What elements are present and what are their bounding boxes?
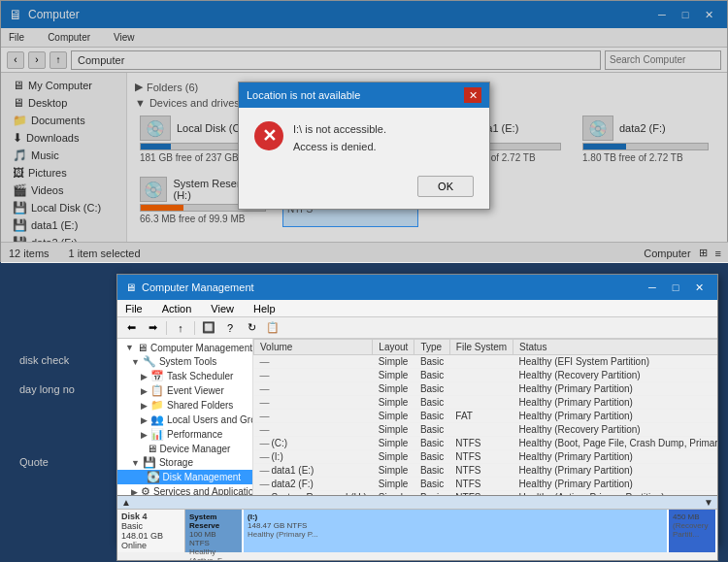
cell-status: Healthy (Primary Partition) xyxy=(513,382,717,396)
disk-view-header: ▲ ▼ xyxy=(117,496,717,510)
disk-scroll-up[interactable]: ▲ xyxy=(121,497,131,508)
partition-main[interactable]: (I:) 148.47 GB NTFS Healthy (Primary P..… xyxy=(244,510,669,552)
cell-layout: Simple xyxy=(373,382,414,396)
partition-sysres-name: System Reserve xyxy=(189,512,238,530)
col-fs[interactable]: File System xyxy=(449,340,513,355)
mgmt-minimize-btn[interactable]: ─ xyxy=(642,279,663,296)
partition-main-status: Healthy (Primary P... xyxy=(248,530,663,539)
table-row[interactable]: — Simple Basic Healthy (EFI System Parti… xyxy=(254,355,718,369)
table-row[interactable]: —data2 (F:) Simple Basic NTFS Healthy (P… xyxy=(254,478,718,491)
mgmt-close-btn[interactable]: ✕ xyxy=(688,279,710,296)
disk-scroll-down[interactable]: ▼ xyxy=(704,497,713,508)
mgmt-window-icon: 🖥 xyxy=(125,281,136,293)
bg-text-disk-check: disk check xyxy=(19,349,69,371)
tree-arrow-root: ▼ xyxy=(125,343,134,352)
toolbar-up[interactable]: ↑ xyxy=(171,319,190,337)
tree-item-local-users[interactable]: ▶ 👥 Local Users and Groups xyxy=(117,413,252,427)
toolbar-export[interactable]: 📋 xyxy=(263,319,282,337)
disk-management-table: Volume Layout Type File System Status Ca… xyxy=(253,339,717,505)
tree-item-task-scheduler[interactable]: ▶ 📅 Task Scheduler xyxy=(117,369,252,383)
mgmt-menu-action[interactable]: Action xyxy=(158,302,196,315)
cell-volume: —(C:) xyxy=(254,437,373,450)
table-row[interactable]: —data1 (E:) Simple Basic NTFS Healthy (P… xyxy=(254,464,718,478)
disk-number: Disk 4 xyxy=(121,512,181,521)
tree-icon-root: 🖥 xyxy=(137,342,148,353)
dialog-message-line2: Access is denied. xyxy=(293,139,386,156)
cell-type: Basic xyxy=(414,423,449,437)
tree-label-storage: Storage xyxy=(159,457,193,468)
mgmt-menu-view[interactable]: View xyxy=(207,302,238,315)
partition-sysres-status: Healthy (Active, F... xyxy=(189,547,238,561)
mgmt-toolbar: ⬅ ➡ ↑ 🔲 ? ↻ 📋 xyxy=(117,317,717,339)
table-row[interactable]: — Simple Basic Healthy (Recovery Partiti… xyxy=(254,423,718,437)
col-volume[interactable]: Volume xyxy=(254,340,373,355)
dialog-error-icon: ✕ xyxy=(254,121,283,150)
tree-label-event-viewer: Event Viewer xyxy=(167,385,224,396)
table-row[interactable]: —(C:) Simple Basic NTFS Healthy (Boot, P… xyxy=(254,437,718,450)
cell-status: Healthy (Boot, Page File, Crash Dump, Pr… xyxy=(513,437,717,450)
col-type[interactable]: Type xyxy=(414,340,449,355)
dialog-ok-button[interactable]: OK xyxy=(417,176,474,197)
tree-label-task-scheduler: Task Scheduler xyxy=(167,371,233,381)
toolbar-back[interactable]: ⬅ xyxy=(121,319,141,337)
tree-label-device-manager: Device Manager xyxy=(160,444,231,454)
tree-item-disk-management[interactable]: 💽 Disk Management xyxy=(117,470,252,484)
cell-type: Basic xyxy=(414,369,449,382)
cell-volume: — xyxy=(254,355,373,369)
toolbar-help[interactable]: ? xyxy=(220,319,240,337)
cell-fs xyxy=(449,369,513,382)
mgmt-menu-help[interactable]: Help xyxy=(249,302,280,315)
tree-label-disk-management: Disk Management xyxy=(163,472,242,482)
table-row[interactable]: — Simple Basic Healthy (Primary Partitio… xyxy=(254,396,718,410)
cell-layout: Simple xyxy=(373,450,414,464)
cell-status: Healthy (Recovery Partition) xyxy=(513,369,717,382)
tree-item-root[interactable]: ▼ 🖥 Computer Management (Local xyxy=(117,341,252,354)
cell-type: Basic xyxy=(414,382,449,396)
col-layout[interactable]: Layout xyxy=(373,340,414,355)
cell-fs: NTFS xyxy=(449,450,513,464)
table-row[interactable]: — Simple Basic Healthy (Primary Partitio… xyxy=(254,382,718,396)
col-status[interactable]: Status xyxy=(513,340,717,355)
cell-fs xyxy=(449,355,513,369)
mgmt-menu-file[interactable]: File xyxy=(121,302,147,315)
toolbar-properties[interactable]: 🔲 xyxy=(199,319,218,337)
partition-sysres-size: 100 MB NTFS xyxy=(189,530,238,547)
tree-item-event-viewer[interactable]: ▶ 📋 Event Viewer xyxy=(117,383,252,398)
cell-layout: Simple xyxy=(373,478,414,491)
partition-blue-size: 450 MB xyxy=(673,512,711,521)
mgmt-menu: File Action View Help xyxy=(117,300,717,317)
tree-item-device-manager[interactable]: 🖥 Device Manager xyxy=(117,442,252,455)
toolbar-forward[interactable]: ➡ xyxy=(143,319,162,337)
cell-status: Healthy (Primary Partition) xyxy=(513,478,717,491)
cell-type: Basic xyxy=(414,478,449,491)
disk-view-content: Disk 4 Basic 148.01 GB Online System Res… xyxy=(117,510,717,552)
tree-item-shared-folders[interactable]: ▶ 📁 Shared Folders xyxy=(117,398,252,413)
mgmt-maximize-btn[interactable]: □ xyxy=(665,279,686,296)
table-row[interactable]: — Simple Basic Healthy (Recovery Partiti… xyxy=(254,369,718,382)
tree-item-storage[interactable]: ▼ 💾 Storage xyxy=(117,455,252,470)
toolbar-refresh[interactable]: ↻ xyxy=(242,319,261,337)
cell-layout: Simple xyxy=(373,423,414,437)
bg-text-quote: Quote xyxy=(19,456,49,468)
disk-status: Online xyxy=(121,541,181,550)
disk-view-panel: ▲ ▼ Disk 4 Basic 148.01 GB Online System… xyxy=(116,495,718,561)
cell-status: Healthy (EFI System Partition) xyxy=(513,355,717,369)
partition-main-name: (I:) xyxy=(248,512,663,521)
cell-fs: NTFS xyxy=(449,478,513,491)
cell-fs: NTFS xyxy=(449,464,513,478)
cell-type: Basic xyxy=(414,396,449,410)
partition-blue[interactable]: 450 MB (Recovery Partiti... xyxy=(669,510,717,552)
table-row[interactable]: —(I:) Simple Basic NTFS Healthy (Primary… xyxy=(254,450,718,464)
disk-partition-row: System Reserve 100 MB NTFS Healthy (Acti… xyxy=(185,510,717,552)
tree-item-performance[interactable]: ▶ 📊 Performance xyxy=(117,427,252,442)
dialog-close-button[interactable]: ✕ xyxy=(464,87,481,103)
cell-type: Basic xyxy=(414,450,449,464)
dialog-box: Location is not available ✕ ✕ I:\ is not… xyxy=(238,82,490,209)
cell-status: Healthy (Primary Partition) xyxy=(513,450,717,464)
tree-label-system-tools: System Tools xyxy=(159,356,216,367)
tree-item-system-tools[interactable]: ▼ 🔧 System Tools xyxy=(117,354,252,369)
cell-volume: — xyxy=(254,369,373,382)
partition-sys-reserved[interactable]: System Reserve 100 MB NTFS Healthy (Acti… xyxy=(185,510,244,552)
table-row[interactable]: — Simple Basic FAT Healthy (Primary Part… xyxy=(254,410,718,423)
partition-blue-status: (Recovery Partiti... xyxy=(673,521,711,539)
